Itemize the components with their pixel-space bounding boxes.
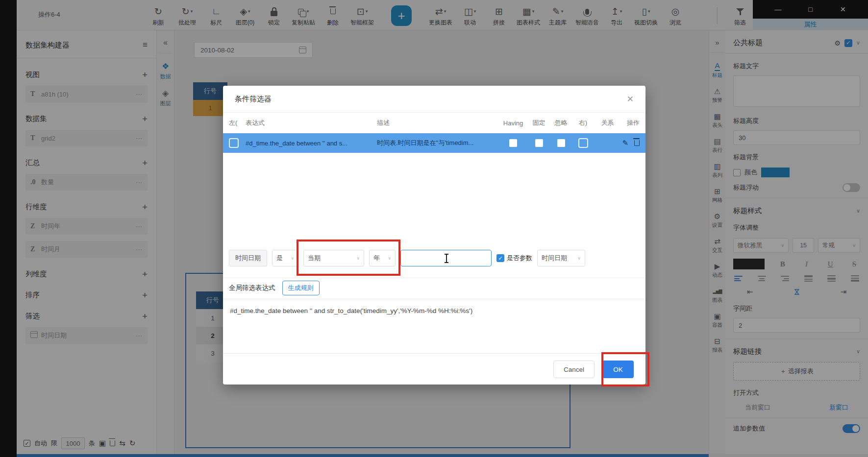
ok-button[interactable]: OK (602, 361, 634, 378)
left-paren-checkbox[interactable] (229, 138, 239, 148)
filter-condition-row[interactable]: #d_time.the_date between '' and s... 时间表… (223, 133, 645, 153)
value-input[interactable] (400, 250, 492, 266)
unit-select[interactable]: 年∨ (369, 250, 396, 266)
chevron-down-icon: ∨ (388, 256, 391, 261)
global-expression-box[interactable]: #d_time.the_date between '' and str_to_d… (223, 299, 645, 354)
chevron-down-icon: ∨ (291, 256, 294, 261)
filter-table-header: 左( 表达式 描述 Having 固定 忽略 右) 关系 操作 (223, 113, 645, 133)
condition-expression: #d_time.the_date between '' and s... (246, 140, 377, 147)
dialog-title: 条件筛选器 (235, 95, 627, 104)
delete-condition-icon[interactable] (634, 140, 640, 146)
right-paren-checkbox[interactable] (578, 138, 588, 148)
condition-editor-row: 时间日期 是∨ 当期∨ 年∨ ✓ 是否参数 时间日期∨ (229, 248, 640, 268)
param-field-select[interactable]: 时间日期∨ (537, 250, 585, 266)
global-expression-text: #d_time.the_date between '' and str_to_d… (230, 307, 472, 314)
cancel-button[interactable]: Cancel (553, 361, 595, 378)
generate-rule-button[interactable]: 生成规则 (282, 281, 320, 295)
edit-condition-icon[interactable]: ✎ (622, 139, 628, 147)
is-param-checkbox[interactable]: ✓ (496, 254, 504, 262)
chevron-down-icon: ∨ (577, 256, 581, 261)
field-button[interactable]: 时间日期 (229, 250, 267, 266)
condition-description: 时间表.时间日期是在''与'timedim... (377, 139, 498, 147)
operator-select[interactable]: 是∨ (272, 250, 298, 266)
text-cursor (446, 254, 447, 263)
global-expression-label: 全局筛选表达式 (229, 284, 275, 292)
chevron-down-icon: ∨ (356, 256, 360, 261)
ignore-checkbox[interactable] (557, 139, 565, 147)
is-param-label: 是否参数 (507, 254, 532, 263)
period-select[interactable]: 当期∨ (303, 250, 364, 266)
condition-filter-dialog: 条件筛选器 ✕ 左( 表达式 描述 Having 固定 忽略 右) 关系 操作 … (223, 86, 645, 385)
app-window: 操作6-4 ↻刷新 ↻批处理 ∟标尺 ◈图层(0) 锁定 复制粘贴 删除 ⊡智能… (0, 0, 868, 457)
having-checkbox[interactable] (509, 139, 517, 147)
close-dialog-icon[interactable]: ✕ (627, 94, 634, 104)
fixed-checkbox[interactable] (535, 139, 543, 147)
